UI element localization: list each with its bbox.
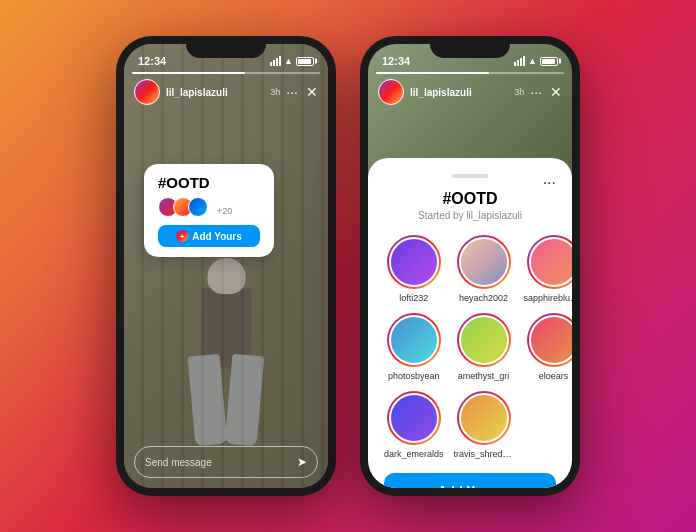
avatar-2 <box>378 79 404 105</box>
avatar-ring-8 <box>457 391 511 445</box>
message-placeholder[interactable]: Send message <box>145 457 297 468</box>
status-icons-1: ▲ <box>270 56 314 66</box>
modal-more-icon[interactable]: ··· <box>543 174 556 192</box>
grid-user-6[interactable]: eloears <box>524 313 572 381</box>
battery-icon-2 <box>540 57 558 66</box>
add-yours-button-small[interactable]: + Add Yours <box>158 225 260 247</box>
notch-2 <box>430 36 510 58</box>
story-actions-2: ··· ✕ <box>530 84 562 100</box>
wifi-icon-2: ▲ <box>528 56 537 66</box>
message-bar: Send message ➤ <box>134 446 318 478</box>
grid-username-6: eloears <box>539 371 569 381</box>
grid-username-4: photosbyean <box>388 371 440 381</box>
user-avatar-7 <box>389 393 439 443</box>
add-yours-modal: #OOTD Started by lil_lapislazuli ··· lof… <box>368 158 572 488</box>
modal-handle <box>452 174 488 178</box>
wifi-icon-1: ▲ <box>284 56 293 66</box>
username-1: lil_lapislazuli <box>166 87 266 98</box>
ootd-sticker-card: #OOTD +20 + Add Yours <box>144 164 274 257</box>
modal-hashtag: #OOTD <box>384 190 556 208</box>
avatar-1 <box>134 79 160 105</box>
user-avatar-4 <box>389 315 439 365</box>
close-icon-1[interactable]: ✕ <box>306 84 318 100</box>
grid-user-7[interactable]: dark_emeralds <box>384 391 444 459</box>
hashtag-label: #OOTD <box>158 174 260 191</box>
grid-username-5: amethyst_gri <box>458 371 510 381</box>
user-avatar-6 <box>529 315 572 365</box>
avatar-ring-2 <box>457 235 511 289</box>
signal-icon-2 <box>514 56 525 66</box>
grid-username-3: sapphireblues_19 <box>524 293 572 303</box>
time-display-2: 12:34 <box>382 55 410 67</box>
more-options-icon-1[interactable]: ··· <box>286 84 298 100</box>
add-yours-label-small: Add Yours <box>192 231 242 242</box>
avatar-ring-5 <box>457 313 511 367</box>
grid-user-4[interactable]: photosbyean <box>384 313 444 381</box>
grid-user-8[interactable]: travis_shreds18 <box>454 391 514 459</box>
user-avatar-1 <box>389 237 439 287</box>
sticker-avatar-3 <box>188 197 208 217</box>
status-icons-2: ▲ <box>514 56 558 66</box>
user-avatar-8 <box>459 393 509 443</box>
story-header-1: lil_lapislazuli 3h ··· ✕ <box>124 74 328 110</box>
avatar-ring-3 <box>527 235 572 289</box>
phone-2: 12:34 ▲ lil_lapislazuli 3h ··· ✕ <box>360 36 580 496</box>
sticker-info-row: +20 <box>158 197 260 225</box>
phone-1: 12:34 ▲ lil_lapislazuli 3h ··· ✕ <box>116 36 336 496</box>
avatar-ring-1 <box>387 235 441 289</box>
time-ago-1: 3h <box>270 87 280 97</box>
add-yours-icon-small: + <box>176 230 188 242</box>
avatar-ring-7 <box>387 391 441 445</box>
sticker-avatars <box>158 197 203 217</box>
add-yours-button-large[interactable]: Add Yours <box>384 473 556 488</box>
participant-count: +20 <box>217 206 232 216</box>
avatar-ring-4 <box>387 313 441 367</box>
grid-username-1: lofti232 <box>399 293 428 303</box>
grid-username-8: travis_shreds18 <box>454 449 514 459</box>
username-2: lil_lapislazuli <box>410 87 510 98</box>
modal-started-by: Started by lil_lapislazuli <box>384 210 556 221</box>
users-grid: lofti232 heyach2002 sapphireblues_19 <box>384 235 556 459</box>
send-icon[interactable]: ➤ <box>297 455 307 469</box>
grid-user-5[interactable]: amethyst_gri <box>454 313 514 381</box>
battery-icon-1 <box>296 57 314 66</box>
user-avatar-5 <box>459 315 509 365</box>
close-icon-2[interactable]: ✕ <box>550 84 562 100</box>
story-background <box>124 44 328 488</box>
grid-user-2[interactable]: heyach2002 <box>454 235 514 303</box>
user-avatar-2 <box>459 237 509 287</box>
add-yours-label-large: Add Yours <box>438 483 503 488</box>
more-options-icon-2[interactable]: ··· <box>530 84 542 100</box>
time-display-1: 12:34 <box>138 55 166 67</box>
avatar-ring-6 <box>527 313 572 367</box>
story-actions-1: ··· ✕ <box>286 84 318 100</box>
grid-username-2: heyach2002 <box>459 293 508 303</box>
notch-1 <box>186 36 266 58</box>
grid-user-1[interactable]: lofti232 <box>384 235 444 303</box>
user-avatar-3 <box>529 237 572 287</box>
signal-icon-1 <box>270 56 281 66</box>
story-header-2: lil_lapislazuli 3h ··· ✕ <box>368 74 572 110</box>
time-ago-2: 3h <box>514 87 524 97</box>
grid-user-3[interactable]: sapphireblues_19 <box>524 235 572 303</box>
grid-username-7: dark_emeralds <box>384 449 444 459</box>
